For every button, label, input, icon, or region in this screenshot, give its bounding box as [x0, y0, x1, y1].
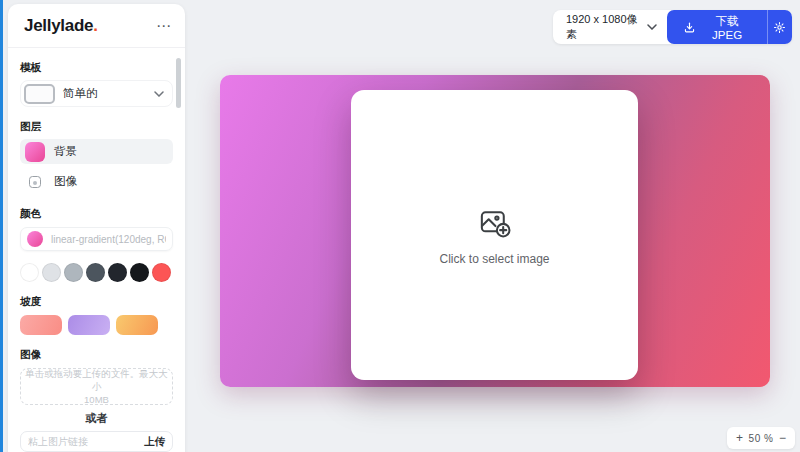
- gradient-pill-row: [20, 315, 173, 335]
- image-layer-icon: [29, 176, 41, 188]
- color-swatch[interactable]: [108, 263, 127, 282]
- dropzone-size-limit: 10MB: [84, 393, 109, 406]
- top-toolbar: 1920 x 1080像素 下载 JPEG: [553, 10, 792, 44]
- zoom-level-value: 50 %: [749, 433, 774, 444]
- color-value-text: linear-gradient(120deg, RGBA: [51, 234, 166, 245]
- logo-dot: .: [93, 16, 97, 35]
- slope-section-label: 坡度: [20, 295, 173, 309]
- color-swatch[interactable]: [152, 263, 171, 282]
- chevron-down-icon: [647, 24, 657, 30]
- image-plus-icon: [476, 205, 514, 243]
- design-canvas[interactable]: Click to select image: [220, 75, 770, 387]
- color-swatch[interactable]: [20, 263, 39, 282]
- app-logo: Jellylade.: [24, 16, 98, 36]
- image-link-input[interactable]: [28, 436, 144, 447]
- image-placeholder-caption: Click to select image: [439, 252, 549, 266]
- layers-section-label: 图层: [20, 120, 173, 134]
- layer-item-background[interactable]: 背景: [20, 139, 173, 164]
- color-swatch[interactable]: [64, 263, 83, 282]
- download-button-label: 下载 JPEG: [703, 14, 751, 41]
- template-selected-value: 简单的: [63, 86, 146, 101]
- image-placeholder-card[interactable]: Click to select image: [351, 90, 638, 380]
- download-jpeg-button[interactable]: 下载 JPEG: [667, 10, 767, 44]
- zoom-out-button[interactable]: −: [779, 432, 786, 444]
- download-icon: [683, 21, 696, 34]
- dropzone-text: 单击或拖动要上传的文件。最大大小: [21, 367, 172, 393]
- layer-label: 背景: [54, 144, 77, 159]
- canvas-size-select[interactable]: 1920 x 1080像素: [553, 10, 667, 44]
- gear-icon: [773, 21, 786, 34]
- template-section-label: 模板: [20, 61, 173, 75]
- template-select[interactable]: 简单的: [20, 80, 173, 107]
- settings-button[interactable]: [767, 10, 792, 44]
- or-divider-text: 或者: [20, 411, 173, 426]
- color-swatch[interactable]: [42, 263, 61, 282]
- gradient-pill[interactable]: [68, 315, 110, 335]
- upload-button[interactable]: 上传: [144, 435, 165, 449]
- color-value-field[interactable]: linear-gradient(120deg, RGBA: [20, 227, 173, 251]
- gradient-pill[interactable]: [116, 315, 158, 335]
- image-section-label: 图像: [20, 348, 173, 362]
- layer-label: 图像: [54, 174, 77, 189]
- sidebar-scrollbar-thumb[interactable]: [176, 58, 181, 108]
- canvas-size-value: 1920 x 1080像素: [566, 12, 640, 42]
- image-link-row: 上传: [20, 431, 173, 452]
- color-swatch[interactable]: [130, 263, 149, 282]
- gradient-pill[interactable]: [20, 315, 62, 335]
- color-swatch[interactable]: [86, 263, 105, 282]
- template-thumbnail: [24, 84, 55, 104]
- color-swatch-row: [20, 263, 173, 282]
- window-edge: [0, 0, 3, 452]
- background-layer-swatch: [25, 142, 45, 162]
- sidebar-header: Jellylade. ⋯: [8, 4, 185, 48]
- file-dropzone[interactable]: 单击或拖动要上传的文件。最大大小 10MB: [20, 368, 173, 405]
- download-button-group: 下载 JPEG: [667, 10, 792, 44]
- chevron-down-icon: [154, 91, 164, 97]
- color-preview-circle: [27, 231, 43, 247]
- color-section-label: 颜色: [20, 207, 173, 221]
- zoom-control: + 50 % −: [727, 427, 795, 449]
- zoom-in-button[interactable]: +: [736, 432, 743, 444]
- more-menu-icon[interactable]: ⋯: [156, 18, 171, 33]
- layer-item-image[interactable]: 图像: [20, 169, 173, 194]
- sidebar: Jellylade. ⋯ 模板 简单的 图层 背景 图像 颜色 linear-g…: [8, 4, 185, 452]
